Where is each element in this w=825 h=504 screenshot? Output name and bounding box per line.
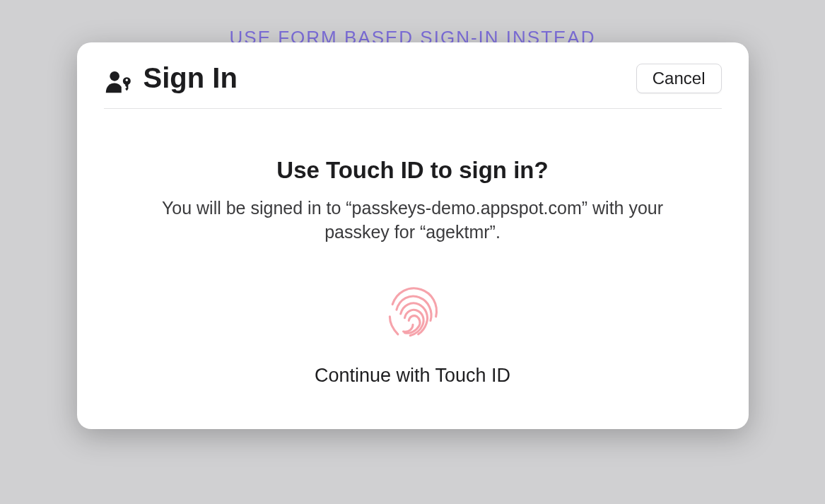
touchid-block[interactable]: Continue with Touch ID xyxy=(104,280,722,387)
prompt-subtext: You will be signed in to “passkeys-demo.… xyxy=(144,197,681,245)
prompt-heading: Use Touch ID to sign in? xyxy=(104,157,722,184)
svg-point-0 xyxy=(110,71,119,81)
continue-with-touchid-label: Continue with Touch ID xyxy=(315,365,510,387)
dialog-body: Use Touch ID to sign in? You will be sig… xyxy=(104,109,722,387)
dialog-title-group: Sign In xyxy=(104,62,238,94)
dialog-title: Sign In xyxy=(144,62,238,94)
passkey-icon xyxy=(104,63,135,94)
fingerprint-icon xyxy=(379,280,447,348)
svg-point-2 xyxy=(125,78,127,81)
dialog-header: Sign In Cancel xyxy=(104,62,722,109)
signin-dialog: Sign In Cancel Use Touch ID to sign in? … xyxy=(77,42,749,429)
cancel-button[interactable]: Cancel xyxy=(636,64,722,93)
